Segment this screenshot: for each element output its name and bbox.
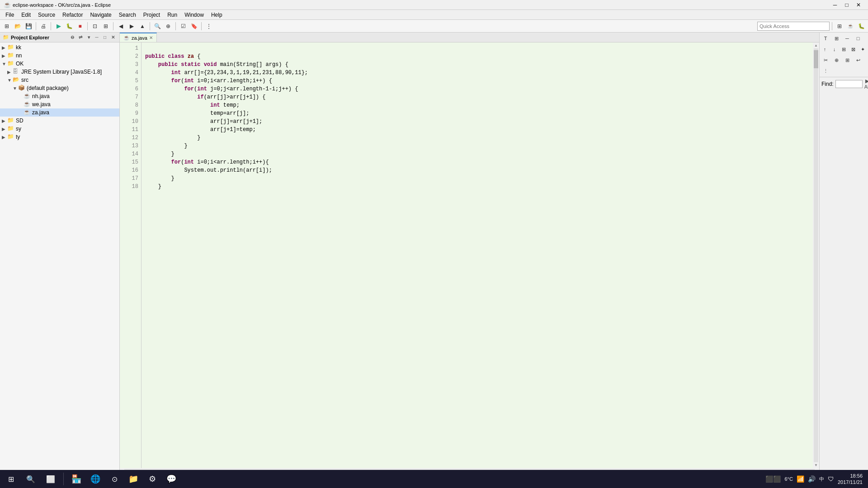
folder-icon-nn: 📁 [7,52,14,59]
tree-label-kk: kk [16,44,21,51]
task-button[interactable]: ☑ [178,21,188,31]
menu-edit[interactable]: Edit [18,11,34,19]
tree-arrow-ok: ▼ [2,61,7,66]
line-num-18: 18 [120,183,141,191]
tree-item-src[interactable]: ▼ 📂 src [0,76,119,84]
find-all-button[interactable]: ▶ All [864,78,868,89]
rt-btn-5[interactable]: ⊞ [840,44,848,54]
scroll-down-icon[interactable]: ▼ [813,462,819,468]
rt-btn-9[interactable]: ⊕ [831,55,841,65]
link-editor-icon[interactable]: ⇌ [77,34,84,41]
toolbar-sep-4 [113,22,113,30]
perspective-switcher[interactable]: ⊞ [835,21,844,31]
bookmark-button[interactable]: 🔖 [189,21,199,31]
taskbar-search360-btn[interactable]: ⊙ [105,471,123,487]
main-layout: 📁 Project Explorer ⊖ ⇌ ▾ ─ □ ✕ ▶ 📁 kk [0,33,868,474]
menu-navigate[interactable]: Navigate [86,11,115,19]
run-button[interactable]: ▶ [53,21,63,31]
code-line-2: public class za { [145,53,200,60]
scroll-thumb[interactable] [814,50,818,68]
menu-file[interactable]: File [2,11,18,19]
rt-btn-10[interactable]: ⊞ [842,55,852,65]
maximize-button[interactable]: □ [841,1,853,9]
taskbar-start-button[interactable]: ⊞ [2,471,20,487]
collapse-all-icon[interactable]: ⊖ [69,34,76,41]
code-line-11: arr[j+1]=temp; [145,127,256,133]
tree-item-ty[interactable]: ▶ 📁 ty [0,133,119,141]
prev-button[interactable]: ◀ [116,21,126,31]
rt-btn-8[interactable]: ✂ [821,55,830,65]
taskbar-store-btn[interactable]: 🏪 [67,471,85,487]
perspective-java[interactable]: ☕ [845,21,855,31]
tree-item-sy[interactable]: ▶ 📁 sy [0,125,119,133]
taskbar-wechat-btn[interactable]: 💬 [162,471,180,487]
menu-refactor[interactable]: Refactor [59,11,86,19]
menu-window[interactable]: Window [181,11,208,19]
code-line-1 [145,45,148,52]
rt-btn-3[interactable]: ↑ [821,44,829,54]
next-button[interactable]: ▶ [127,21,137,31]
tree-item-we[interactable]: ▶ ☕ we.java [0,100,119,108]
window-title: eclipse-workspace - OK/src/za.java - Ecl… [13,2,829,8]
view-button[interactable]: ⊞ [101,21,111,31]
close-button[interactable]: ✕ [853,1,864,9]
save-button[interactable]: 💾 [24,21,33,31]
taskbar-search-button[interactable]: 🔍 [22,471,40,487]
menu-run[interactable]: Run [164,11,181,19]
tree-item-nn[interactable]: ▶ 📁 nn [0,52,119,60]
scroll-track[interactable] [814,48,818,462]
rt-btn-minimize[interactable]: ─ [842,33,852,43]
lib-icon-jre: 🗄 [13,68,20,75]
taskbar-task-view[interactable]: ⬜ [42,471,60,487]
menu-project[interactable]: Project [140,11,164,19]
view-menu-icon[interactable]: ▾ [85,34,92,41]
refs-button[interactable]: ⊕ [163,21,173,31]
editor-tab-za[interactable]: ☕ za.java ✕ [120,33,157,42]
stop-button[interactable]: ■ [75,21,85,31]
rt-btn-4[interactable]: ↓ [830,44,839,54]
open-button[interactable]: 📂 [13,21,23,31]
rt-btn-6[interactable]: ⊠ [849,44,858,54]
debug-button[interactable]: 🐛 [64,21,74,31]
find-input[interactable] [835,80,863,88]
minimize-button[interactable]: ─ [829,1,841,9]
tree-item-ok[interactable]: ▼ 📁 OK [0,60,119,68]
maximize-view-icon[interactable]: □ [101,34,108,41]
rt-btn-1[interactable]: T [821,33,830,43]
taskbar-explorer-btn[interactable]: 📁 [124,471,142,487]
rt-btn-11[interactable]: ↩ [853,55,863,65]
rt-btn-2[interactable]: ⊞ [831,33,841,43]
rt-btn-12[interactable]: ⋮ [821,66,830,76]
tab-label-za: za.java [132,35,147,41]
menu-search[interactable]: Search [115,11,140,19]
menu-help[interactable]: Help [208,11,226,19]
taskbar-settings-btn[interactable]: ⚙ [143,471,161,487]
menu-source[interactable]: Source [34,11,59,19]
quick-access-input[interactable] [757,22,830,31]
up-button[interactable]: ▲ [137,21,147,31]
scroll-up-icon[interactable]: ▲ [813,42,819,48]
more-toolbar[interactable]: ⋮ [204,21,214,31]
tree-item-sd[interactable]: ▶ 📁 SD [0,117,119,125]
taskbar-volume-icon: 🔊 [808,475,816,483]
print-button[interactable]: 🖨 [38,21,48,31]
tree-item-za[interactable]: ▶ ☕ za.java [0,108,119,117]
tree-arrow-src: ▼ [7,78,13,83]
minimize-view-icon[interactable]: ─ [93,34,100,41]
taskbar-edge-btn[interactable]: 🌐 [86,471,104,487]
editor-scrollbar[interactable]: ▲ ▼ [813,42,819,468]
tree-item-nh[interactable]: ▶ ☕ nh.java [0,92,119,100]
close-view-icon[interactable]: ✕ [109,34,117,41]
tree-item-jre[interactable]: ▶ 🗄 JRE System Library [JavaSE-1.8] [0,68,119,76]
folder-icon-src: 📂 [13,76,20,84]
tree-item-kk[interactable]: ▶ 📁 kk [0,43,119,52]
rt-btn-maximize[interactable]: □ [853,33,863,43]
perspective-button[interactable]: ⊡ [90,21,100,31]
new-button[interactable]: ⊞ [2,21,12,31]
search-button[interactable]: 🔍 [152,21,162,31]
perspective-debug[interactable]: 🐛 [856,21,866,31]
tree-item-defpkg[interactable]: ▼ 📦 (default package) [0,84,119,92]
code-area[interactable]: public class za { public static void mai… [142,42,813,468]
rt-btn-7[interactable]: ✦ [859,44,867,54]
tab-close-za[interactable]: ✕ [149,35,153,40]
